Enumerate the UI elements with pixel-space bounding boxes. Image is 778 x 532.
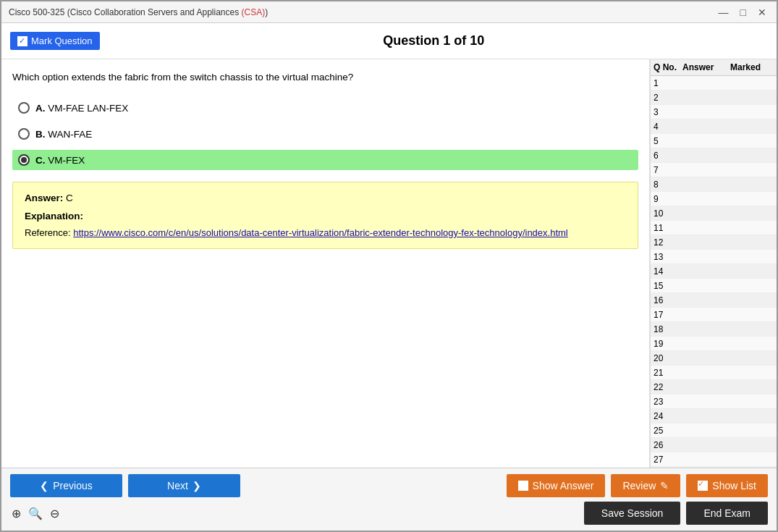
next-button[interactable]: Next ❯ bbox=[128, 474, 240, 497]
row-num: 25 bbox=[654, 426, 682, 436]
question-area: Which option extends the fabric from the… bbox=[1, 59, 650, 468]
row-num: 16 bbox=[654, 295, 682, 305]
zoom-out-button[interactable]: ⊖ bbox=[48, 505, 61, 522]
side-panel-row[interactable]: 17 bbox=[651, 308, 777, 322]
reference-link[interactable]: https://www.cisco.com/c/en/us/solutions/… bbox=[73, 227, 568, 238]
row-num: 8 bbox=[654, 180, 682, 190]
previous-label: Previous bbox=[53, 480, 92, 491]
row-num: 18 bbox=[654, 324, 682, 334]
question-text: Which option extends the fabric from the… bbox=[12, 70, 638, 85]
mark-question-button[interactable]: Mark Question bbox=[10, 32, 100, 50]
side-panel-row[interactable]: 27 bbox=[651, 452, 777, 467]
side-panel-row[interactable]: 11 bbox=[651, 221, 777, 235]
side-panel-row[interactable]: 15 bbox=[651, 279, 777, 293]
row-num: 23 bbox=[654, 397, 682, 407]
row-num: 15 bbox=[654, 281, 682, 291]
side-panel-row[interactable]: 13 bbox=[651, 250, 777, 264]
close-button[interactable]: ✕ bbox=[755, 7, 769, 18]
answer-line: Answer: C bbox=[25, 193, 626, 203]
row-num: 7 bbox=[654, 165, 682, 175]
window-controls: — □ ✕ bbox=[716, 7, 769, 18]
option-c-row[interactable]: C. VM-FEX bbox=[12, 150, 638, 170]
row-num: 19 bbox=[654, 339, 682, 349]
footer-top: ❮ Previous Next ❯ Show Answer Review ✎ S… bbox=[10, 474, 768, 497]
previous-button[interactable]: ❮ Previous bbox=[10, 474, 122, 497]
side-panel-row[interactable]: 20 bbox=[651, 351, 777, 366]
side-panel-row[interactable]: 9 bbox=[651, 192, 777, 206]
side-panel-row[interactable]: 7 bbox=[651, 163, 777, 177]
row-num: 20 bbox=[654, 353, 682, 363]
maximize-button[interactable]: □ bbox=[737, 7, 749, 18]
option-b-radio[interactable] bbox=[18, 128, 30, 140]
row-num: 1 bbox=[654, 78, 682, 88]
row-num: 2 bbox=[654, 93, 682, 103]
row-num: 9 bbox=[654, 194, 682, 204]
side-panel-row[interactable]: 26 bbox=[651, 438, 777, 452]
side-panel-row[interactable]: 6 bbox=[651, 148, 777, 163]
mark-checkbox-icon bbox=[17, 36, 28, 46]
answer-box: Answer: C Explanation: Reference: https:… bbox=[12, 182, 638, 249]
title-bar: Cisco 500-325 (Cisco Collaboration Serve… bbox=[1, 1, 777, 23]
minimize-button[interactable]: — bbox=[716, 7, 732, 18]
row-num: 11 bbox=[654, 223, 682, 233]
review-icon: ✎ bbox=[660, 480, 669, 491]
prev-arrow-icon: ❮ bbox=[40, 480, 48, 491]
side-panel-row[interactable]: 8 bbox=[651, 177, 777, 192]
side-panel-row[interactable]: 5 bbox=[651, 134, 777, 148]
side-panel-row[interactable]: 1 bbox=[651, 76, 777, 90]
col-marked: Marked bbox=[730, 62, 774, 72]
next-label: Next bbox=[167, 480, 188, 491]
side-panel-row[interactable]: 12 bbox=[651, 235, 777, 250]
side-panel-row[interactable]: 14 bbox=[651, 264, 777, 279]
footer-right-buttons: Save Session End Exam bbox=[584, 502, 768, 525]
option-c-label: C. VM-FEX bbox=[35, 155, 85, 166]
option-a-row[interactable]: A. VM-FAE LAN-FEX bbox=[12, 98, 638, 118]
end-exam-button[interactable]: End Exam bbox=[686, 502, 768, 525]
row-num: 5 bbox=[654, 136, 682, 146]
option-a-radio[interactable] bbox=[18, 102, 30, 114]
show-list-label: Show List bbox=[712, 480, 756, 491]
main-area: Which option extends the fabric from the… bbox=[1, 59, 777, 468]
next-arrow-icon: ❯ bbox=[193, 480, 201, 491]
question-title: Question 1 of 10 bbox=[100, 33, 768, 48]
zoom-controls: ⊕ 🔍 ⊖ bbox=[10, 505, 61, 522]
footer: ❮ Previous Next ❯ Show Answer Review ✎ S… bbox=[1, 468, 777, 531]
zoom-in-button[interactable]: ⊕ bbox=[10, 505, 22, 522]
option-c-radio[interactable] bbox=[18, 154, 30, 166]
reference-text: Reference: https://www.cisco.com/c/en/us… bbox=[25, 227, 626, 238]
side-panel-row[interactable]: 4 bbox=[651, 119, 777, 134]
zoom-normal-button[interactable]: 🔍 bbox=[27, 505, 44, 522]
show-answer-button[interactable]: Show Answer bbox=[507, 474, 606, 497]
row-num: 13 bbox=[654, 252, 682, 262]
footer-bottom: ⊕ 🔍 ⊖ Save Session End Exam bbox=[10, 502, 768, 525]
side-panel-row[interactable]: 2 bbox=[651, 90, 777, 105]
side-panel-row[interactable]: 25 bbox=[651, 423, 777, 438]
row-num: 12 bbox=[654, 237, 682, 248]
side-panel-row[interactable]: 21 bbox=[651, 366, 777, 380]
review-button[interactable]: Review ✎ bbox=[611, 474, 680, 497]
title-bar-text: Cisco 500-325 (Cisco Collaboration Serve… bbox=[9, 7, 268, 17]
side-panel-row[interactable]: 3 bbox=[651, 105, 777, 119]
side-panel-row[interactable]: 10 bbox=[651, 206, 777, 221]
option-a-label: A. VM-FAE LAN-FEX bbox=[35, 103, 128, 114]
save-session-button[interactable]: Save Session bbox=[584, 502, 681, 525]
options-list: A. VM-FAE LAN-FEX B. WAN-FAE C. VM-FEX bbox=[12, 98, 638, 170]
row-num: 27 bbox=[654, 455, 682, 465]
show-answer-label: Show Answer bbox=[533, 480, 594, 491]
row-num: 14 bbox=[654, 266, 682, 276]
option-b-row[interactable]: B. WAN-FAE bbox=[12, 124, 638, 144]
show-list-button[interactable]: Show List bbox=[686, 474, 768, 497]
mark-question-label: Mark Question bbox=[31, 35, 93, 46]
side-panel-row[interactable]: 16 bbox=[651, 293, 777, 308]
side-panel-row[interactable]: 24 bbox=[651, 409, 777, 423]
side-panel-row[interactable]: 18 bbox=[651, 322, 777, 337]
row-num: 26 bbox=[654, 440, 682, 450]
review-label: Review bbox=[622, 480, 656, 491]
side-panel-row[interactable]: 22 bbox=[651, 380, 777, 394]
side-panel-row[interactable]: 19 bbox=[651, 337, 777, 351]
show-answer-checkbox-icon bbox=[518, 481, 528, 491]
app-title: Cisco 500-325 (Cisco Collaboration Serve… bbox=[9, 7, 268, 17]
option-b-label: B. WAN-FAE bbox=[35, 129, 92, 140]
side-panel-row[interactable]: 23 bbox=[651, 394, 777, 409]
row-num: 17 bbox=[654, 310, 682, 320]
